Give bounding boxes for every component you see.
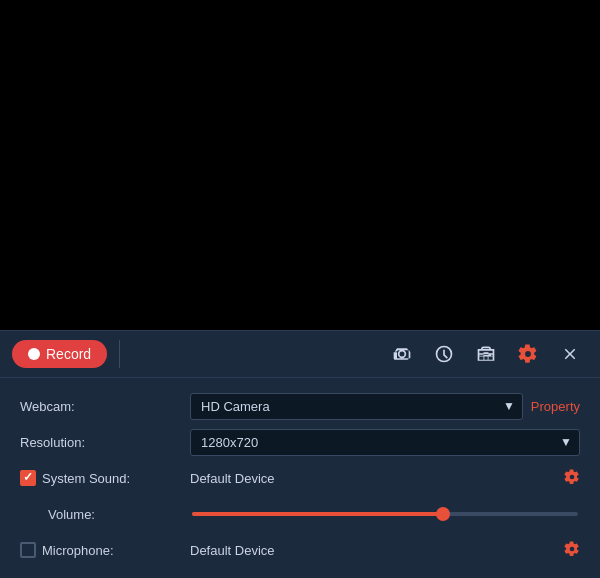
system-device-row: Default Device [190, 469, 580, 488]
webcam-row: Webcam: HD Camera Default Camera Virtual… [20, 390, 580, 422]
microphone-checkbox-wrapper: Microphone: [20, 542, 190, 558]
mic-device-label: Default Device [190, 543, 558, 558]
resolution-select[interactable]: 1280x720 1920x1080 640x480 320x240 [190, 429, 580, 456]
resolution-dropdown-wrapper: 1280x720 1920x1080 640x480 320x240 ▼ [190, 429, 580, 456]
webcam-label: Webcam: [20, 399, 190, 414]
close-button[interactable] [552, 336, 588, 372]
mic-device-control: Default Device [190, 541, 580, 560]
history-button[interactable] [426, 336, 462, 372]
microphone-label: Microphone: [42, 543, 114, 558]
system-volume-slider-wrapper [190, 512, 580, 516]
mic-device-row: Default Device [190, 541, 580, 560]
resolution-control: 1280x720 1920x1080 640x480 320x240 ▼ [190, 429, 580, 456]
microphone-wrapper: Microphone: [20, 542, 190, 558]
system-volume-fill [192, 512, 443, 516]
system-volume-control [190, 512, 580, 516]
webcam-select[interactable]: HD Camera Default Camera Virtual Camera [190, 393, 523, 420]
system-volume-thumb[interactable] [436, 507, 450, 521]
close-icon [561, 345, 579, 363]
microphone-checkbox[interactable] [20, 542, 36, 558]
toolbox-icon [476, 344, 496, 364]
mic-volume-row: Volume: [20, 570, 580, 578]
camera-icon [392, 344, 412, 364]
system-volume-track[interactable] [192, 512, 578, 516]
record-label: Record [46, 346, 91, 362]
settings-panel: Webcam: HD Camera Default Camera Virtual… [0, 378, 600, 578]
history-icon [434, 344, 454, 364]
resolution-row: Resolution: 1280x720 1920x1080 640x480 3… [20, 426, 580, 458]
system-sound-row: System Sound: Default Device [20, 462, 580, 494]
screenshot-button[interactable] [384, 336, 420, 372]
system-sound-gear-icon[interactable] [564, 469, 580, 488]
tools-button[interactable] [468, 336, 504, 372]
toolbar-icons [384, 336, 588, 372]
resolution-label: Resolution: [20, 435, 190, 450]
system-device-label: Default Device [190, 471, 558, 486]
property-link[interactable]: Property [531, 399, 580, 414]
microphone-gear-icon[interactable] [564, 541, 580, 560]
system-sound-label: System Sound: [42, 471, 130, 486]
settings-icon [518, 344, 538, 364]
toolbar: Record [0, 330, 600, 378]
record-dot [28, 348, 40, 360]
microphone-row: Microphone: Default Device [20, 534, 580, 566]
system-sound-checkbox[interactable] [20, 470, 36, 486]
system-volume-row: Volume: [20, 498, 580, 530]
record-button[interactable]: Record [12, 340, 107, 368]
system-volume-label: Volume: [20, 507, 190, 522]
system-sound-checkbox-wrapper: System Sound: [20, 470, 190, 486]
system-sound-wrapper: System Sound: [20, 470, 190, 486]
system-sound-device-control: Default Device [190, 469, 580, 488]
webcam-control: HD Camera Default Camera Virtual Camera … [190, 393, 580, 420]
toolbar-divider [119, 340, 120, 368]
webcam-dropdown-wrapper: HD Camera Default Camera Virtual Camera … [190, 393, 523, 420]
preview-area [0, 0, 600, 330]
settings-button[interactable] [510, 336, 546, 372]
